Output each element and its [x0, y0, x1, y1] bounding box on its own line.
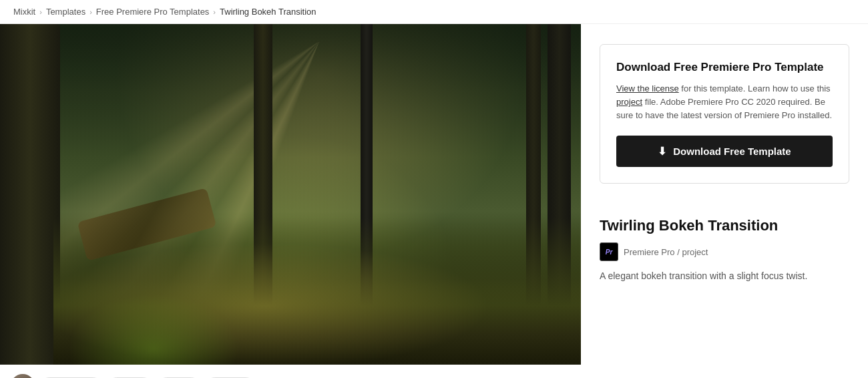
- download-icon: ⬇: [658, 145, 666, 158]
- video-thumbnail: [0, 24, 581, 365]
- video-player[interactable]: [0, 24, 581, 365]
- download-button[interactable]: ⬇ Download Free Template: [616, 136, 833, 167]
- pr-badge-icon: Pr: [600, 242, 618, 261]
- view-license-link[interactable]: View the license: [616, 83, 679, 93]
- breadcrumb-separator-1: ›: [39, 8, 42, 16]
- download-card-title: Download Free Premiere Pro Template: [616, 61, 833, 74]
- app-badge: Pr Premiere Pro / project: [600, 242, 708, 261]
- template-info: Twirling Bokeh Transition Pr Premiere Pr…: [600, 210, 849, 283]
- app-label: Premiere Pro / project: [624, 247, 708, 257]
- tree-left: [0, 24, 60, 365]
- breadcrumb: Mixkit › Templates › Free Premiere Pro T…: [0, 0, 868, 24]
- license-text-after: for this template. Learn how to use this: [679, 83, 831, 93]
- breadcrumb-templates[interactable]: Templates: [46, 7, 85, 17]
- left-panel: 👤 Transitions Bokeh Bright Elegant: [0, 24, 581, 378]
- tags-area: 👤 Transitions Bokeh Bright Elegant: [0, 365, 581, 378]
- grass-patch: [53, 285, 254, 365]
- breadcrumb-separator-2: ›: [89, 8, 92, 16]
- download-card: Download Free Premiere Pro Template View…: [600, 44, 849, 184]
- download-button-label: Download Free Template: [673, 146, 791, 157]
- template-description: A elegant bokeh transition with a slight…: [600, 269, 849, 283]
- license-text: View the license for this template. Lear…: [616, 82, 833, 122]
- breadcrumb-mixkit[interactable]: Mixkit: [13, 7, 35, 17]
- license-text-end: file. Adobe Premiere Pro CC 2020 require…: [616, 97, 832, 120]
- project-link[interactable]: project: [616, 97, 642, 107]
- avatar: 👤: [11, 374, 35, 378]
- breadcrumb-free-templates[interactable]: Free Premiere Pro Templates: [96, 7, 210, 17]
- breadcrumb-current: Twirling Bokeh Transition: [220, 7, 316, 17]
- main-content: 👤 Transitions Bokeh Bright Elegant Downl…: [0, 24, 868, 378]
- right-panel: Download Free Premiere Pro Template View…: [581, 24, 868, 378]
- breadcrumb-separator-3: ›: [213, 8, 216, 16]
- template-title: Twirling Bokeh Transition: [600, 217, 849, 234]
